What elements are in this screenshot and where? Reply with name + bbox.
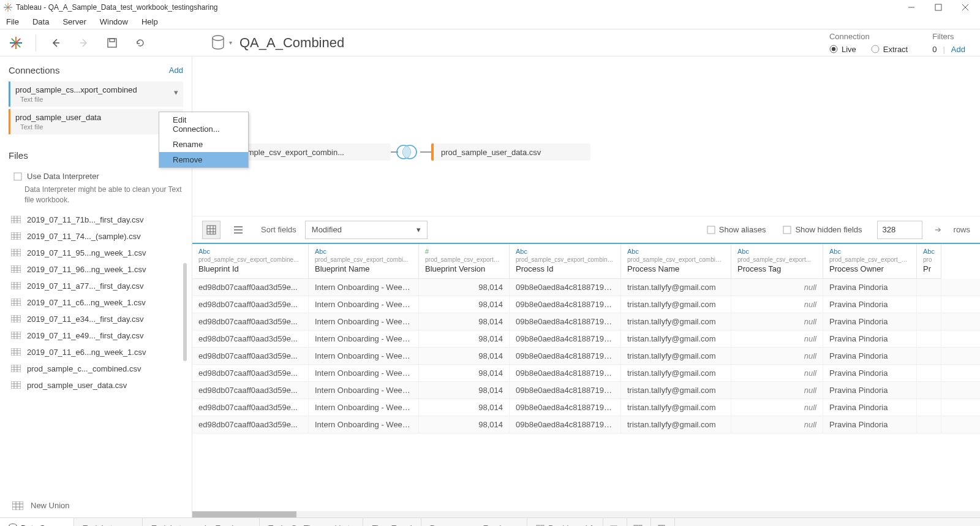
- horizontal-scrollbar[interactable]: [192, 511, 980, 517]
- table-row[interactable]: ed98db07caaff0aad3d59e...Intern Onboardi…: [192, 348, 980, 365]
- file-item[interactable]: 2019_07_11_e49..._first_day.csv: [9, 330, 183, 341]
- sheet-tab[interactable]: Task Lateness by Employee: [143, 518, 260, 526]
- radio-extract[interactable]: Extract: [871, 45, 908, 54]
- ctx-rename[interactable]: Rename: [159, 137, 248, 152]
- datasource-icon[interactable]: [211, 34, 225, 51]
- scrollbar[interactable]: [183, 263, 187, 361]
- column-header[interactable]: Abcprod_sample_csv_export...Process Tag: [731, 244, 823, 279]
- column-header[interactable]: Abcprod_sample_csv_export_combi...Bluepr…: [309, 244, 419, 279]
- sheet-tab[interactable]: Task Lateness: [74, 518, 143, 526]
- scrollbar-thumb[interactable]: [192, 511, 296, 517]
- interpreter-hint: Data Interpreter might be able to clean …: [24, 185, 183, 205]
- ctx-edit-connection[interactable]: Edit Connection...: [159, 112, 248, 137]
- sheet-tab[interactable]: Dashboard 1: [527, 518, 603, 526]
- checkbox-show-aliases[interactable]: Show aliases: [707, 225, 766, 234]
- file-item[interactable]: 2019_07_11_95...ng_week_1.csv: [9, 247, 183, 259]
- new-story-button[interactable]: [651, 518, 675, 526]
- sort-fields-select[interactable]: Modified ▾: [305, 221, 428, 239]
- list-view-button[interactable]: [229, 221, 247, 239]
- sheet-tab[interactable]: Time Trend: [363, 518, 421, 526]
- radio-live[interactable]: Live: [829, 45, 856, 54]
- forward-icon[interactable]: [75, 34, 92, 51]
- new-dashboard-button[interactable]: [627, 518, 651, 526]
- filters-add-link[interactable]: Add: [951, 45, 965, 54]
- checkbox-show-hidden[interactable]: Show hidden fields: [783, 225, 862, 234]
- column-header[interactable]: Abcprod_sample_csv_export_combine...Blue…: [192, 244, 309, 279]
- save-icon[interactable]: [104, 34, 121, 51]
- file-item[interactable]: 2019_07_11_c6...ng_week_1.csv: [9, 297, 183, 308]
- datasource-title[interactable]: QA_A_Combined: [239, 35, 344, 51]
- ctx-remove[interactable]: Remove: [159, 152, 248, 167]
- column-header[interactable]: Abcprod_sample_csv_export_com...Process …: [823, 244, 917, 279]
- sheet-tab[interactable]: Processes per Employee: [421, 518, 528, 526]
- file-item[interactable]: prod_sample_c..._combined.csv: [9, 363, 183, 375]
- file-item[interactable]: 2019_07_11_96...ng_week_1.csv: [9, 264, 183, 275]
- table-icon: [11, 249, 21, 256]
- svg-rect-53: [11, 315, 21, 322]
- table-row[interactable]: ed98db07caaff0aad3d59e...Intern Onboardi…: [192, 330, 980, 348]
- join-canvas[interactable]: sample_csv_export_combin... prod_sample_…: [192, 56, 980, 216]
- close-button[interactable]: [959, 1, 971, 13]
- file-item[interactable]: prod_sample_user_data.csv: [9, 379, 183, 391]
- menu-server[interactable]: Server: [62, 17, 86, 26]
- refresh-icon[interactable]: [132, 34, 149, 51]
- svg-rect-85: [207, 226, 216, 234]
- file-item[interactable]: 2019_07_11_e6...ng_week_1.csv: [9, 346, 183, 358]
- sort-fields-label: Sort fields: [261, 225, 296, 234]
- table-icon: [11, 348, 21, 356]
- svg-rect-23: [11, 216, 21, 223]
- file-list: 2019_07_11_71b..._first_day.csv2019_07_1…: [9, 214, 183, 391]
- file-item[interactable]: 2019_07_11_e34..._first_day.csv: [9, 313, 183, 325]
- menu-data[interactable]: Data: [32, 17, 49, 26]
- file-item[interactable]: 2019_07_11_a77..._first_day.csv: [9, 280, 183, 292]
- table-row[interactable]: ed98db07caaff0aad3d59e...Intern Onboardi…: [192, 296, 980, 313]
- sheet-tab[interactable]: Tasks On Time and Late: [260, 518, 363, 526]
- grid-view-button[interactable]: [202, 221, 221, 239]
- dropdown-caret-icon[interactable]: ▾: [229, 39, 232, 46]
- svg-point-16: [213, 36, 224, 40]
- table-row[interactable]: ed98db07caaff0aad3d59e...Intern Onboardi…: [192, 313, 980, 330]
- join-icon[interactable]: [394, 142, 419, 162]
- menu-file[interactable]: File: [6, 17, 19, 26]
- chevron-down-icon[interactable]: ▾: [174, 88, 178, 97]
- checkbox-data-interpreter[interactable]: Use Data Interpreter: [13, 172, 183, 181]
- svg-rect-78: [12, 501, 23, 510]
- menu-window[interactable]: Window: [100, 17, 128, 26]
- column-header[interactable]: AbcproPr: [917, 244, 941, 279]
- maximize-button[interactable]: [932, 1, 944, 13]
- filters-count: 0: [932, 45, 937, 54]
- table-row[interactable]: ed98db07caaff0aad3d59e...Intern Onboardi…: [192, 399, 980, 416]
- file-item[interactable]: 2019_07_11_71b..._first_day.csv: [9, 214, 183, 226]
- column-header[interactable]: Abcprod_sample_csv_export_combine...Proc…: [621, 244, 731, 279]
- table-icon: [11, 365, 21, 372]
- column-header[interactable]: Abcprod_sample_csv_export_combine...Proc…: [510, 244, 621, 279]
- minimize-button[interactable]: [905, 1, 918, 13]
- svg-point-18: [832, 47, 835, 51]
- back-icon[interactable]: [47, 34, 64, 51]
- go-arrow-icon[interactable]: ➔: [935, 225, 941, 234]
- svg-rect-63: [11, 348, 21, 356]
- table-row[interactable]: ed98db07caaff0aad3d59e...Intern Onboardi…: [192, 382, 980, 399]
- connection-label: Connection: [829, 32, 908, 41]
- table-row[interactable]: ed98db07caaff0aad3d59e...Intern Onboardi…: [192, 416, 980, 433]
- file-item[interactable]: 2019_07_11_74..._(sample).csv: [9, 231, 183, 242]
- tab-data-source[interactable]: Data Source: [0, 518, 74, 526]
- column-header[interactable]: #prod_sample_csv_export_co...Blueprint V…: [419, 244, 510, 279]
- table-pill-right[interactable]: prod_sample_user_data.csv: [431, 143, 590, 161]
- tableau-logo-icon[interactable]: [7, 34, 24, 51]
- connection-item[interactable]: prod_sample_user_data Text file: [9, 109, 183, 134]
- new-union-button[interactable]: New Union: [9, 494, 183, 517]
- table-pill-left[interactable]: sample_csv_export_combin...: [229, 143, 391, 161]
- new-worksheet-button[interactable]: [603, 518, 627, 526]
- tableau-logo-icon: [4, 3, 12, 12]
- svg-rect-48: [11, 299, 21, 306]
- connection-item[interactable]: prod_sample_cs...xport_combined Text fil…: [9, 82, 183, 107]
- table-icon: [11, 315, 21, 322]
- window-titlebar: Tableau - QA_A_Sample_Data_test_workbook…: [0, 0, 980, 15]
- table-row[interactable]: ed98db07caaff0aad3d59e...Intern Onboardi…: [192, 365, 980, 382]
- row-count-input[interactable]: 328: [877, 221, 922, 239]
- table-row[interactable]: ed98db07caaff0aad3d59e...Intern Onboardi…: [192, 279, 980, 296]
- add-connection-link[interactable]: Add: [169, 66, 183, 75]
- menu-help[interactable]: Help: [141, 17, 158, 26]
- table-icon: [11, 299, 21, 306]
